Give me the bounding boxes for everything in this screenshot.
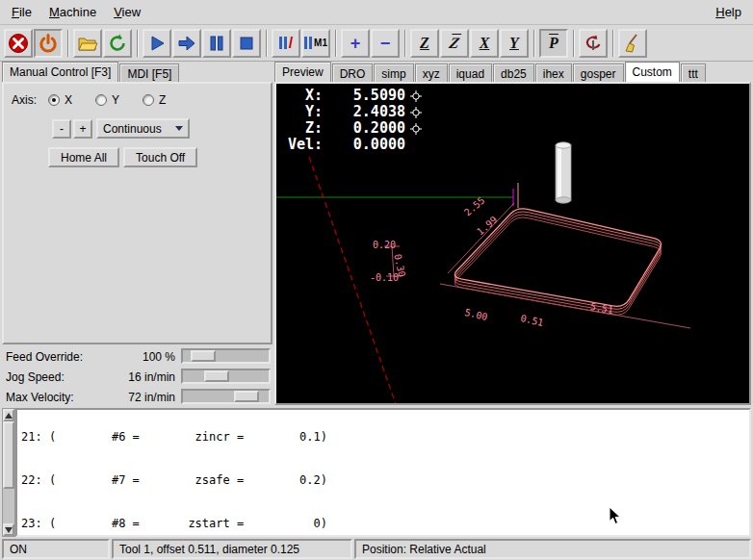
rotate-view-button[interactable] [579, 29, 608, 58]
dro-row-y: Y: 2.4038 [280, 104, 422, 120]
view-front-y-button[interactable]: Y [500, 29, 529, 58]
mouse-cursor [609, 506, 621, 526]
optional-pause-button[interactable]: M1 [301, 29, 330, 58]
slider-handle[interactable] [191, 350, 216, 362]
jog-plus-button[interactable]: + [73, 119, 92, 139]
jog-increment-dropdown[interactable]: Continuous [96, 118, 190, 139]
tab-dro[interactable]: DRO [332, 64, 374, 82]
dro-z-label: Z: [280, 120, 323, 137]
tool-status: Tool 1, offset 0.511, diameter 0.125 [112, 539, 352, 559]
dro-x-label: X: [280, 88, 323, 104]
left-notebook: Manual Control [F3] MDI [F5] Axis: X Y Z [2, 62, 273, 344]
reload-icon [107, 33, 128, 54]
preview-plot[interactable]: 2.55 1.99 0.20 0.30 -0.10 5.00 0.51 5.51… [276, 84, 749, 403]
feed-override-slider[interactable] [181, 348, 271, 364]
jog-controls-row: - + Continuous [52, 118, 190, 139]
menu-file[interactable]: File [3, 1, 40, 23]
view-perspective-button[interactable]: P [539, 29, 568, 58]
tab-simp[interactable]: simp [374, 64, 413, 82]
jog-increment-value: Continuous [103, 122, 162, 136]
m1-glyph: M1 [314, 38, 327, 48]
power-icon [38, 33, 59, 54]
slider-handle[interactable] [204, 370, 229, 382]
tab-mdi[interactable]: MDI [F5] [119, 64, 179, 82]
run-program-button[interactable] [143, 29, 171, 58]
open-file-button[interactable] [73, 29, 102, 58]
menu-help[interactable]: Help [707, 1, 750, 23]
machine-power-button[interactable] [34, 29, 63, 58]
home-all-button[interactable]: Home All [48, 147, 119, 167]
homed-icon [410, 90, 422, 102]
homed-icon [410, 123, 422, 135]
position-mode-status: Position: Relative Actual [354, 539, 751, 559]
radio-indicator [143, 94, 154, 106]
right-tab-bar: Preview DRO simp xyz iquad db25 ihex gos… [274, 62, 751, 82]
axis-radio-x[interactable]: X [48, 93, 72, 107]
zoom-out-button[interactable]: − [371, 29, 400, 58]
tool-cone [556, 142, 571, 203]
slash-glyph: / [289, 35, 293, 52]
tab-db25[interactable]: db25 [493, 64, 534, 82]
slider-handle[interactable] [234, 391, 259, 402]
jog-speed-slider[interactable] [181, 369, 271, 384]
scroll-up-button[interactable] [3, 409, 14, 421]
rotate-view-icon [583, 33, 604, 54]
dro-y-value: 2.4038 [323, 104, 405, 120]
clear-plot-button[interactable] [618, 29, 647, 58]
stop-icon [236, 33, 257, 54]
reload-file-button[interactable] [103, 29, 132, 58]
scroll-down-button[interactable] [3, 523, 14, 536]
jog-minus-button[interactable]: - [52, 119, 71, 139]
max-velocity-label: Max Velocity: [6, 391, 74, 404]
axis-z-label: Z [159, 93, 166, 107]
axis-selector-row: Axis: X Y Z [12, 93, 189, 107]
view-y-icon: Y [509, 36, 519, 51]
tab-xyz[interactable]: xyz [415, 64, 448, 82]
tab-custom[interactable]: Custom [625, 62, 680, 82]
dro-row-x: X: 5.5090 [280, 88, 422, 104]
axis-radio-y[interactable]: Y [95, 93, 119, 107]
view-z-icon: Z [420, 36, 429, 51]
step-arrow-icon [176, 33, 197, 54]
touch-off-button[interactable]: Touch Off [123, 147, 197, 167]
tab-ttt[interactable]: ttt [681, 64, 706, 82]
menu-machine[interactable]: Machine [40, 1, 105, 23]
dro-row-vel: Vel: 0.0000 [280, 137, 422, 153]
max-velocity-value: 72 in/min [100, 391, 175, 404]
tab-manual-control[interactable]: Manual Control [F3] [2, 62, 118, 82]
step-line-button[interactable] [172, 29, 201, 58]
block-delete-button[interactable]: / [272, 29, 300, 58]
axis-x-label: X [65, 93, 72, 107]
status-bar: ON Tool 1, offset 0.511, diameter 0.125 … [0, 538, 753, 560]
view-side-x-button[interactable]: X [470, 29, 499, 58]
tab-iquad[interactable]: iquad [449, 64, 492, 82]
menu-bar: File Machine View Help [0, 0, 753, 25]
max-velocity-slider[interactable] [181, 389, 271, 404]
dro-y-label: Y: [280, 104, 323, 120]
tab-ihex[interactable]: ihex [535, 64, 572, 82]
gcode-listing[interactable]: 21: ( #6 = zincr = 0.1) 22: ( #7 = zsafe… [15, 408, 751, 537]
axis-radio-z[interactable]: Z [143, 93, 166, 107]
scrollbar-thumb[interactable] [3, 421, 14, 489]
block-delete-icon: / [279, 35, 293, 52]
tab-preview[interactable]: Preview [274, 62, 331, 82]
view-rotated-top-z-button[interactable]: Z [440, 29, 469, 58]
estop-button[interactable] [4, 29, 33, 58]
stop-button[interactable] [232, 29, 261, 58]
jog-sliders-panel: Feed Override: 100 % Jog Speed: 16 in/mi… [2, 346, 273, 407]
dro-row-z: Z: 0.2000 [280, 120, 422, 137]
zoom-in-icon: + [351, 35, 361, 52]
extent-dimension-lines [384, 203, 690, 328]
zoom-in-button[interactable]: + [341, 29, 370, 58]
tab-gosper[interactable]: gosper [573, 64, 624, 82]
view-top-z-button[interactable]: Z [410, 29, 439, 58]
gcode-scrollbar[interactable] [2, 408, 15, 537]
toolbar-separator [137, 30, 139, 57]
dro-z-value: 0.2000 [323, 120, 405, 137]
pause-button[interactable] [202, 29, 231, 58]
menu-view[interactable]: View [105, 1, 149, 23]
right-notebook: Preview DRO simp xyz iquad db25 ihex gos… [274, 62, 751, 405]
toolbar-separator [533, 30, 535, 57]
jog-speed-row: Jog Speed: 16 in/min [2, 367, 273, 387]
homing-buttons-row: Home All Touch Off [48, 147, 197, 167]
